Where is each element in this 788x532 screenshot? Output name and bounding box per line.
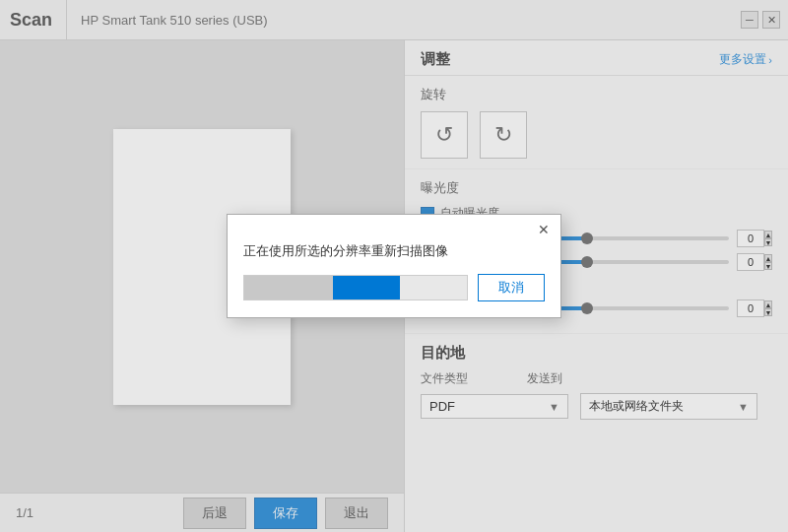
dialog-progress: 取消	[243, 274, 545, 301]
dialog-body: 正在使用所选的分辨率重新扫描图像 取消	[228, 238, 560, 317]
progress-gray-fill	[244, 276, 333, 299]
dialog-header: ✕	[228, 215, 560, 238]
dialog-close-button[interactable]: ✕	[535, 221, 553, 238]
dialog-overlay: ✕ 正在使用所选的分辨率重新扫描图像 取消	[0, 0, 788, 532]
progress-bar	[243, 275, 468, 300]
dialog-cancel-button[interactable]: 取消	[478, 274, 545, 301]
rescan-dialog: ✕ 正在使用所选的分辨率重新扫描图像 取消	[227, 214, 561, 318]
dialog-message: 正在使用所选的分辨率重新扫描图像	[243, 242, 545, 260]
progress-blue-fill	[333, 276, 400, 299]
